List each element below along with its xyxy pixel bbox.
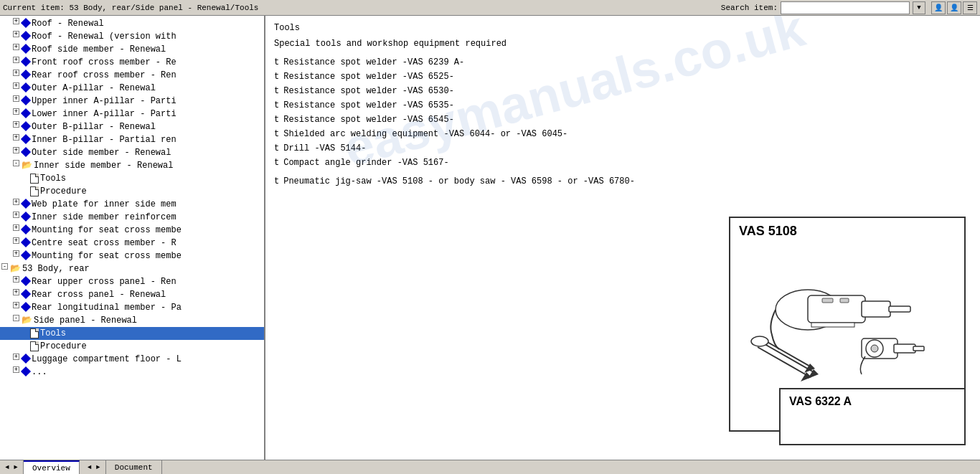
expand-btn[interactable]: +: [13, 224, 19, 231]
tree-label: Luggage compartment floor - L: [32, 354, 263, 365]
tree-item-17[interactable]: +Mounting for seat cross membe: [0, 224, 264, 237]
tree-item-24[interactable]: -📂Side panel - Renewal: [0, 314, 264, 327]
expand-btn[interactable]: +: [13, 147, 19, 153]
content-subtitle: Special tools and workshop equipment req…: [274, 37, 971, 50]
diamond-icon: [21, 224, 31, 234]
tree-item-19[interactable]: +Mounting for seat cross membe: [0, 250, 264, 262]
tree-item-16[interactable]: +Inner side member reinforcem: [0, 211, 264, 224]
tree-container[interactable]: +Roof - Renewal+Roof - Renewal (version …: [0, 16, 264, 460]
search-area: Search item: ▼ 👤 👤 ☰: [721, 1, 977, 14]
pneumatic-bullet: t: [274, 175, 279, 188]
tree-item-15[interactable]: +Web plate for inner side mem: [0, 198, 264, 211]
expand-btn[interactable]: +: [13, 276, 19, 283]
tree-item-26[interactable]: Procedure: [0, 340, 264, 353]
tree-item-5[interactable]: +Rear roof cross member - Ren: [0, 69, 264, 82]
tree-item-8[interactable]: +Lower inner A-pillar - Parti: [0, 108, 264, 120]
expand-btn[interactable]: +: [13, 31, 19, 37]
diamond-icon: [21, 366, 31, 376]
expand-btn[interactable]: +: [13, 82, 19, 89]
tool-bullet: t: [274, 128, 279, 141]
toolbar-btn-user1[interactable]: 👤: [931, 1, 946, 14]
expand-btn[interactable]: +: [13, 199, 19, 205]
diamond-icon: [21, 121, 31, 131]
tree-item-27[interactable]: +Luggage compartment floor - L: [0, 353, 264, 366]
tree-item-18[interactable]: +Centre seat cross member - R: [0, 237, 264, 250]
right-arrow[interactable]: ►: [11, 462, 20, 473]
tree-label: Rear upper cross panel - Ren: [32, 276, 263, 288]
tree-item-7[interactable]: +Upper inner A-pillar - Parti: [0, 95, 264, 108]
pneumatic-tool-text: Pneumatic jig-saw -VAS 5108 - or body sa…: [283, 175, 635, 188]
svg-rect-3: [889, 306, 910, 312]
expand-btn[interactable]: +: [13, 44, 19, 50]
tree-item-21[interactable]: +Rear upper cross panel - Ren: [0, 275, 264, 288]
diamond-icon: [21, 18, 31, 28]
tree-item-25[interactable]: Tools: [0, 327, 264, 340]
tree-item-1[interactable]: +Roof - Renewal: [0, 17, 264, 30]
diamond-icon: [21, 134, 31, 144]
blades-group: [751, 336, 819, 381]
expand-btn[interactable]: +: [13, 250, 19, 257]
content-area: Tools Special tools and workshop equipme…: [274, 22, 971, 188]
expand-btn[interactable]: +: [13, 354, 19, 360]
tree-item-6[interactable]: +Outer A-pillar - Renewal: [0, 82, 264, 95]
expand-btn[interactable]: -: [13, 160, 19, 166]
expand-btn[interactable]: +: [13, 108, 19, 115]
diamond-icon: [21, 302, 31, 312]
tree-label: Outer A-pillar - Renewal: [32, 82, 263, 94]
expand-btn[interactable]: +: [13, 302, 19, 308]
diamond-icon: [21, 108, 31, 118]
expand-btn[interactable]: +: [13, 70, 19, 76]
tab-document[interactable]: Document: [106, 460, 162, 475]
expand-btn[interactable]: +: [13, 57, 19, 63]
tool-item-1: tResistance spot welder -VAS 6525-: [274, 70, 971, 83]
tree-item-2[interactable]: +Roof - Renewal (version with: [0, 30, 264, 43]
search-input[interactable]: [781, 1, 910, 14]
tree-label: Roof - Renewal: [32, 18, 263, 29]
expand-btn[interactable]: +: [13, 18, 19, 24]
tree-item-23[interactable]: +Rear longitudinal member - Pa: [0, 301, 264, 314]
tree-item-22[interactable]: +Rear cross panel - Renewal: [0, 288, 264, 301]
tree-item-28[interactable]: +...: [0, 366, 264, 379]
search-dropdown[interactable]: ▼: [913, 1, 925, 14]
diamond-icon: [21, 237, 31, 247]
expand-btn[interactable]: -: [1, 263, 8, 270]
right-panel[interactable]: easymanuals.co.uk Tools Special tools an…: [265, 16, 980, 460]
expand-btn[interactable]: +: [13, 134, 19, 141]
expand-btn[interactable]: -: [13, 315, 19, 321]
tree-item-3[interactable]: +Roof side member - Renewal: [0, 43, 264, 56]
expand-btn[interactable]: +: [13, 366, 19, 373]
toolbar-btn-menu[interactable]: ☰: [963, 1, 977, 14]
tree-item-11[interactable]: +Outer side member - Renewal: [0, 146, 264, 159]
tree-item-9[interactable]: +Outer B-pillar - Renewal: [0, 120, 264, 133]
svg-rect-2: [862, 301, 890, 317]
tree-item-10[interactable]: +Inner B-pillar - Partial ren: [0, 133, 264, 146]
tree-item-12[interactable]: -📂Inner side member - Renewal: [0, 159, 264, 172]
vas6322-diagram: VAS 6322 A: [779, 388, 966, 445]
tree-label: Procedure: [40, 341, 263, 352]
left-arrow[interactable]: ◄: [3, 462, 11, 473]
tree-label: Lower inner A-pillar - Parti: [32, 108, 263, 120]
tool-item-0: tResistance spot welder -VAS 6239 A-: [274, 56, 971, 69]
tool-text: Compact angle grinder -VAS 5167-: [283, 156, 448, 169]
tree-label: Rear cross panel - Renewal: [32, 289, 263, 300]
tool-text: Resistance spot welder -VAS 6239 A-: [283, 56, 464, 69]
expand-btn[interactable]: +: [13, 121, 19, 128]
expand-btn[interactable]: +: [13, 212, 19, 218]
doc-right-arrow[interactable]: ►: [94, 462, 103, 473]
svg-rect-4: [811, 323, 854, 327]
folder-open-icon: 📂: [9, 263, 21, 275]
expand-btn[interactable]: +: [13, 289, 19, 295]
tree-item-13[interactable]: Tools: [0, 172, 264, 185]
tree-label: Web plate for inner side mem: [32, 199, 263, 210]
toolbar-btn-user2[interactable]: 👤: [947, 1, 961, 14]
expand-btn[interactable]: +: [13, 95, 19, 102]
tree-label: Roof side member - Renewal: [32, 44, 263, 55]
svg-point-13: [751, 336, 768, 346]
tree-item-14[interactable]: Procedure: [0, 185, 264, 198]
expand-btn[interactable]: +: [13, 237, 19, 244]
diamond-icon: [21, 31, 31, 41]
tree-item-20[interactable]: -📂53 Body, rear: [0, 262, 264, 275]
tree-item-4[interactable]: +Front roof cross member - Re: [0, 56, 264, 69]
doc-left-arrow[interactable]: ◄: [85, 462, 94, 473]
tab-overview[interactable]: Overview: [24, 460, 80, 475]
